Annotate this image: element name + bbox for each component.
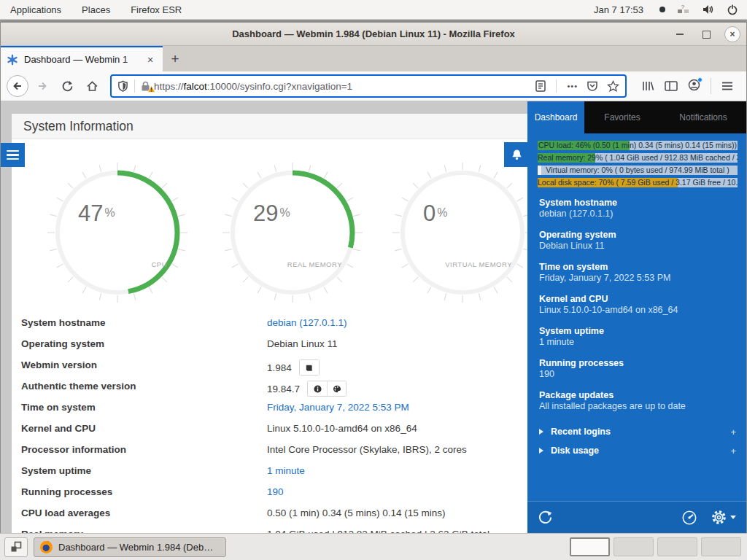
theme-info-button[interactable] xyxy=(308,381,327,396)
expand-plus-icon[interactable]: + xyxy=(730,427,736,438)
table-row: Operating system Debian Linux 11 xyxy=(1,335,529,357)
windows-overview-icon xyxy=(10,541,22,553)
disk-space-bar: Local disk space: 70% ( 7.59 GiB used / … xyxy=(538,178,738,187)
gauge-real-memory-label: REAL MEMORY xyxy=(287,260,342,268)
row-label: Kernel and CPU xyxy=(21,423,96,434)
gauge-virtual-memory: 0% VIRTUAL MEMORY xyxy=(390,160,529,306)
maximize-button[interactable] xyxy=(698,26,714,42)
workspace-4[interactable] xyxy=(701,537,741,556)
gauge-cpu-label: CPU xyxy=(151,260,167,268)
expand-plus-icon[interactable]: + xyxy=(730,446,736,456)
account-icon[interactable] xyxy=(688,79,700,94)
settings-menu-button[interactable] xyxy=(711,509,736,526)
url-bar[interactable]: https://falcot:10000/sysinfo.cgi?xnaviga… xyxy=(110,74,627,98)
workspace-1[interactable] xyxy=(570,537,610,556)
page-title: System Information xyxy=(23,119,133,134)
tab-close-icon[interactable]: × xyxy=(144,54,157,66)
info-icon xyxy=(314,385,322,393)
tab-bar: Dashboard — Webmin 1 × + xyxy=(1,46,746,71)
reader-mode-icon[interactable] xyxy=(535,80,546,92)
pocket-icon[interactable] xyxy=(587,80,598,92)
gear-icon xyxy=(711,509,727,526)
sidebar-toggle-icon[interactable] xyxy=(665,80,678,92)
table-row: Kernel and CPU Linux 5.10.0-10-amd64 on … xyxy=(1,420,529,441)
page-header: System Information xyxy=(12,114,529,139)
window-titlebar[interactable]: Dashboard — Webmin 1.984 (Debian Linux 1… xyxy=(1,23,746,46)
network-question-icon[interactable]: ? xyxy=(677,4,690,15)
row-value: Intel Core Processor (Skylake, IBRS), 2 … xyxy=(267,444,467,455)
sidebar-footer xyxy=(527,501,746,533)
app-menu-icon[interactable] xyxy=(721,81,733,91)
power-icon[interactable] xyxy=(727,4,738,15)
tracking-shield-icon[interactable] xyxy=(117,80,128,92)
refresh-icon[interactable] xyxy=(538,510,553,525)
new-tab-button[interactable]: + xyxy=(163,46,187,71)
row-label: Time on system xyxy=(21,402,96,413)
gauge-virtual-memory-label: VIRTUAL MEMORY xyxy=(445,260,512,268)
sidebar-tabs: Dashboard Favorites Notifications xyxy=(527,101,746,133)
volume-icon[interactable] xyxy=(702,4,715,15)
close-window-button[interactable]: × xyxy=(724,26,740,42)
status-area: ? xyxy=(659,4,738,15)
processes-link[interactable]: 190 xyxy=(267,486,284,497)
speedometer-icon[interactable] xyxy=(681,510,697,526)
minimize-button[interactable] xyxy=(672,26,688,42)
tab-notifications[interactable]: Notifications xyxy=(660,101,746,133)
record-dot-icon[interactable] xyxy=(659,7,665,12)
disk-usage-toggle[interactable]: Disk usage + xyxy=(539,441,736,460)
menu-toggle-button[interactable] xyxy=(1,143,25,167)
library-icon[interactable] xyxy=(641,80,654,92)
menu-places-label: Places xyxy=(82,4,110,15)
tab-dashboard[interactable]: Dashboard — Webmin 1 × xyxy=(1,46,163,71)
list-item: Package updatesAll installed packages ar… xyxy=(539,390,736,412)
book-icon xyxy=(305,364,313,372)
list-item: Running processes190 xyxy=(539,358,736,380)
caret-down-icon xyxy=(730,516,736,519)
workspace-3[interactable] xyxy=(657,537,697,556)
home-button[interactable] xyxy=(81,75,103,97)
hostname-link[interactable]: debian (127.0.1.1) xyxy=(267,317,347,328)
webmin-changelog-button[interactable] xyxy=(300,360,319,375)
row-label: CPU load averages xyxy=(21,508,110,518)
table-row: Real memory 1.04 GiB used | 912.83 MiB c… xyxy=(1,526,529,533)
list-item: Time on systemFriday, January 7, 2022 5:… xyxy=(539,262,736,284)
tab-favorites[interactable]: Favorites xyxy=(584,101,660,133)
page-actions-icon[interactable]: ••• xyxy=(567,82,578,90)
url-scheme: https:// xyxy=(154,81,184,92)
theme-palette-button[interactable] xyxy=(327,381,346,396)
url-text[interactable]: https://falcot:10000/sysinfo.cgi?xnaviga… xyxy=(154,81,530,92)
navigation-toolbar: https://falcot:10000/sysinfo.cgi?xnaviga… xyxy=(1,71,746,101)
menu-places[interactable]: Places xyxy=(71,0,120,19)
urlbar-separator xyxy=(134,79,135,93)
bookmark-star-icon[interactable] xyxy=(607,80,619,92)
show-desktop-button[interactable] xyxy=(4,537,28,557)
menu-firefox-esr[interactable]: Firefox ESR xyxy=(120,0,192,19)
window-title: Dashboard — Webmin 1.984 (Debian Linux 1… xyxy=(232,28,515,39)
back-button[interactable] xyxy=(7,75,28,97)
hamburger-icon xyxy=(7,148,19,163)
urlbar-separator-2 xyxy=(556,79,557,93)
tab-title: Dashboard — Webmin 1 xyxy=(24,54,133,65)
workspace-2[interactable] xyxy=(614,537,654,556)
url-path: :10000/sysinfo.cgi?xnavigation=1 xyxy=(207,81,352,92)
svg-text:?: ? xyxy=(681,4,685,10)
row-label: System hostname xyxy=(21,317,106,328)
clock[interactable]: Jan 7 17:53 xyxy=(594,4,643,15)
menu-applications[interactable]: Applications xyxy=(0,0,71,19)
tab-dashboard-side[interactable]: Dashboard xyxy=(527,101,584,133)
firefox-window: Dashboard — Webmin 1.984 (Debian Linux 1… xyxy=(0,22,747,533)
uptime-link[interactable]: 1 minute xyxy=(267,465,305,476)
time-link[interactable]: Friday, January 7, 2022 5:53 PM xyxy=(267,402,409,413)
cpu-load-bar: CPU load: 46% (0.50 (1 min) 0.34 (5 mins… xyxy=(538,141,738,150)
taskbar-firefox-task[interactable]: Dashboard — Webmin 1.984 (Deb… xyxy=(34,537,226,557)
gauge-cpu-value: 47% xyxy=(78,201,115,227)
forward-button[interactable] xyxy=(31,75,53,97)
table-row: Time on system Friday, January 7, 2022 5… xyxy=(1,399,529,420)
system-info-table: System hostname debian (127.0.1.1) Opera… xyxy=(1,314,529,533)
row-label: System uptime xyxy=(21,465,91,476)
webmin-content: System Information 47% CPU xyxy=(1,101,529,533)
recent-logins-toggle[interactable]: Recent logins + xyxy=(539,422,736,441)
connection-lock-icon[interactable] xyxy=(141,80,154,92)
table-row: Webmin version 1.984 xyxy=(1,357,529,378)
reload-button[interactable] xyxy=(56,75,78,97)
